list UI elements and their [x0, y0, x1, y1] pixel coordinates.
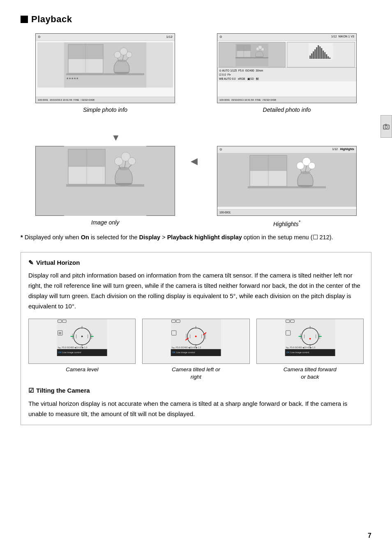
scene-svg-simple: ★★★★★: [37, 42, 173, 88]
svg-text:¹⁄₁₂₅  F5.6  ISO400  ◀10+00▶  : ¹⁄₁₂₅ F5.6 ISO400 ◀10+00▶ 1.3: [172, 347, 201, 349]
caption-simple: Simple photo info: [83, 106, 127, 114]
section-header: Playback: [21, 12, 371, 26]
screen-detailed: ⊙ 1/12 NIKON 1 V3: [217, 33, 357, 103]
down-arrow-area: ▼: [21, 131, 371, 144]
svg-point-108: [309, 338, 311, 340]
svg-point-12: [126, 52, 132, 58]
playback-grid: ⊙ 1/12: [21, 33, 371, 123]
svg-point-90: [195, 336, 197, 338]
svg-rect-27: [309, 56, 311, 59]
histogram: [288, 43, 354, 60]
screen-simple: ⊙ 1/12: [35, 33, 175, 103]
note-page-ref-icon: ☐: [313, 234, 318, 241]
svg-text:OK: OK: [58, 351, 62, 354]
header-icon: [21, 16, 28, 23]
svg-text:OK: OK: [286, 351, 290, 354]
caption-image-only: Image only: [91, 218, 119, 227]
svg-point-25: [261, 48, 264, 51]
svg-text:🖼: 🖼: [59, 332, 62, 335]
note-on: On: [81, 234, 89, 241]
svg-rect-31: [316, 47, 317, 59]
playback-cell-detailed: ⊙ 1/12 NIKON 1 V3: [202, 33, 371, 114]
svg-rect-44: [66, 184, 144, 187]
note-after-on: is selected for the: [89, 234, 139, 241]
svg-text:Live image control: Live image control: [291, 352, 309, 354]
svg-rect-33: [319, 46, 321, 59]
note-playback-highlight: Playback highlight display: [167, 234, 242, 241]
svg-rect-7: [66, 73, 144, 75]
tilting-section: ☑ Tilting the Camera The virtual horizon…: [28, 386, 364, 419]
vh-svg-tilted-lr: OK Live image control ¹⁄₁₂₅ F5.6 ISO400 …: [143, 319, 249, 356]
vh-cell-tilted-fb: OK Live image control ¹⁄₁₂₅ F5.6 ISO400 …: [256, 319, 364, 380]
svg-rect-36: [324, 52, 325, 59]
vh-caption-tilted-fb: Camera tilted forward or back: [284, 366, 337, 380]
svg-text:Live image control: Live image control: [176, 352, 195, 354]
note-section: * Displayed only when On is selected for…: [21, 233, 371, 242]
svg-rect-38: [327, 56, 329, 59]
svg-point-49: [128, 157, 136, 165]
playback-grid-row2: Image only ◀ ⊙ 1/12 Highlights: [21, 146, 371, 229]
vh-cell-level: 🖼 OK: [28, 319, 136, 380]
svg-rect-29: [313, 51, 314, 59]
playback-cell-image-only: Image only: [21, 146, 190, 229]
scene-svg-highlights: [246, 153, 328, 207]
svg-rect-5: [68, 44, 103, 59]
vh-cell-tilted-lr: OK Live image control ¹⁄₁₂₅ F5.6 ISO400 …: [142, 319, 249, 380]
svg-rect-21: [235, 57, 268, 58]
vh-screen-tilted-lr: OK Live image control ¹⁄₁₂₅ F5.6 ISO400 …: [142, 319, 249, 364]
caption-detailed: Detailed photo info: [263, 106, 311, 114]
note-arrow: >: [160, 234, 167, 241]
svg-rect-35: [323, 51, 324, 59]
svg-rect-28: [311, 53, 312, 59]
mini-scene-detailed: [235, 44, 268, 66]
svg-rect-30: [314, 49, 316, 59]
playback-cell-simple: ⊙ 1/12: [21, 33, 190, 114]
svg-point-62: [309, 162, 315, 169]
svg-text:¹⁄₁₂₅  F5.6  ISO400  ◀10+00▶  : ¹⁄₁₂₅ F5.6 ISO400 ◀10+00▶ 1.3: [58, 347, 87, 349]
tilting-title: ☑ Tilting the Camera: [28, 386, 364, 396]
caption-highlights: Highlights*: [273, 218, 300, 229]
virtual-horizon-icon: ✎: [28, 258, 34, 268]
vh-caption-tilted-lr: Camera tilted left or right: [172, 366, 220, 380]
svg-point-72: [81, 336, 83, 338]
virtual-horizon-body: Display roll and pitch information based…: [28, 271, 364, 311]
screen-image-only: [35, 146, 175, 216]
note-text-before-on: Displayed only when: [25, 234, 81, 241]
virtual-horizon-screens: 🖼 OK: [28, 319, 364, 380]
down-arrow: ▼: [111, 131, 120, 144]
playback-cell-highlights: ◀ ⊙ 1/12 Highlights: [202, 146, 371, 229]
note-display: Display: [139, 234, 161, 241]
svg-text:OK: OK: [172, 351, 176, 354]
svg-point-10: [114, 51, 121, 58]
tilting-icon: ☑: [28, 386, 34, 396]
svg-text:¹⁄₁₂₅  F5.6  ISO400  ◀10+00▶  : ¹⁄₁₂₅ F5.6 ISO400 ◀10+00▶ 1.3: [286, 347, 315, 349]
note-text-end: option in the setup menu (: [242, 234, 313, 241]
page-number: 7: [368, 531, 371, 541]
left-arrow: ◀: [191, 154, 198, 168]
vh-screen-level: 🖼 OK: [28, 319, 136, 364]
scene-svg-image-only: [64, 146, 146, 216]
svg-text:Live image control: Live image control: [62, 352, 81, 354]
note-asterisk: *: [21, 234, 23, 241]
page-title: Playback: [31, 12, 72, 26]
svg-rect-37: [326, 54, 327, 59]
vh-svg-tilted-fb: OK Live image control ¹⁄₁₂₅ F5.6 ISO400 …: [257, 319, 363, 356]
camera-icon: [383, 123, 390, 130]
svg-text:★★★★★: ★★★★★: [66, 77, 78, 80]
tilting-body: The virtual horizon display is not accur…: [28, 399, 364, 419]
sidebar-tab[interactable]: [380, 115, 392, 138]
vh-screen-tilted-fb: OK Live image control ¹⁄₁₂₅ F5.6 ISO400 …: [256, 319, 364, 364]
svg-rect-39: [329, 58, 330, 59]
vh-caption-level: Camera level: [66, 366, 99, 373]
screen-highlights: ⊙ 1/12 Highlights: [217, 146, 357, 216]
vh-svg-level: 🖼 OK: [29, 319, 135, 356]
svg-rect-34: [321, 48, 322, 59]
svg-point-1: [385, 126, 387, 128]
note-page-ref: 212).: [318, 234, 333, 241]
svg-rect-57: [248, 186, 326, 188]
virtual-horizon-box: ✎ Virtual Horizon Display roll and pitch…: [21, 252, 371, 426]
virtual-horizon-title: ✎ Virtual Horizon: [28, 258, 364, 268]
svg-rect-32: [318, 45, 319, 59]
